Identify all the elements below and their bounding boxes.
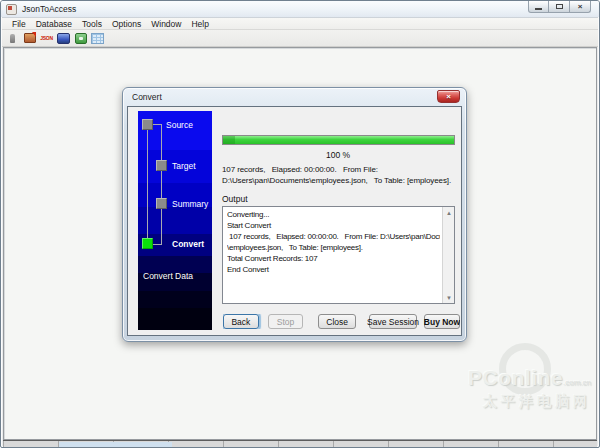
taskbar-strip — [3, 440, 597, 447]
output-line: Start Convert — [227, 220, 440, 231]
wizard-sidebar: Source Target Summary Convert Convert Da… — [138, 111, 212, 330]
output-label: Output — [222, 194, 248, 204]
save-session-button[interactable]: Save Session — [369, 314, 417, 329]
window-title: JsonToAccess — [22, 4, 76, 14]
app-window: JsonToAccess × File Database Tools Optio… — [0, 0, 600, 448]
wizard-step-source-label[interactable]: Source — [166, 120, 193, 130]
menu-file[interactable]: File — [7, 19, 31, 29]
output-line: Converting... — [227, 209, 440, 220]
stop-button: Stop — [268, 314, 304, 329]
wizard-connector-bottom — [153, 244, 162, 245]
close-button[interactable]: × — [570, 1, 591, 13]
menu-help[interactable]: Help — [186, 19, 213, 29]
close-dialog-button[interactable]: Close — [318, 314, 356, 329]
app-icon — [6, 4, 17, 15]
output-scrollbar[interactable]: ▲ ▼ — [442, 207, 454, 303]
status-line1: 107 records, Elapsed: 00:00:00. From Fil… — [222, 164, 458, 175]
maximize-button[interactable] — [549, 1, 570, 13]
minimize-button[interactable] — [528, 1, 549, 13]
watermark-brand: PConline — [468, 366, 563, 389]
menu-options[interactable]: Options — [107, 19, 146, 29]
connect-icon[interactable] — [6, 32, 19, 45]
dialog-title: Convert — [132, 92, 162, 102]
wizard-step-summary-label[interactable]: Summary — [172, 199, 208, 209]
preview-icon[interactable] — [74, 32, 87, 45]
output-box[interactable]: Converting...Start Convert 107 records, … — [222, 206, 455, 304]
output-text: Converting...Start Convert 107 records, … — [227, 209, 440, 301]
wizard-caption: Convert Data — [143, 271, 193, 281]
progress-percent: 100 % — [216, 150, 460, 160]
wizard-connector-top — [153, 124, 162, 125]
close-icon: × — [578, 2, 583, 12]
dialog-close-icon: × — [446, 92, 451, 102]
scroll-down-icon[interactable]: ▼ — [443, 292, 455, 303]
maximize-icon — [556, 4, 563, 9]
output-line: 107 records, Elapsed: 00:00:00. From Fil… — [227, 231, 440, 242]
output-line: End Convert — [227, 264, 440, 275]
dialog-close-button[interactable]: × — [437, 90, 460, 103]
minimize-icon — [535, 8, 542, 10]
open-database-icon[interactable] — [23, 32, 36, 45]
wizard-connector-right — [161, 124, 162, 244]
wizard-step-target-marker[interactable] — [156, 160, 167, 171]
export-icon[interactable] — [57, 32, 70, 45]
wizard-step-source-marker[interactable] — [142, 119, 153, 130]
client-area: PConline.com.cn 太平洋电脑网 Convert × Source — [3, 47, 597, 440]
menu-tools[interactable]: Tools — [77, 19, 107, 29]
output-line: \employees.json, To Table: [employees]. — [227, 242, 440, 253]
toolbar: JSON — [2, 30, 598, 47]
convert-panel: 100 % 107 records, Elapsed: 00:00:00. Fr… — [216, 107, 460, 335]
table-grid-icon[interactable] — [91, 32, 104, 45]
buy-now-button[interactable]: Buy Now — [424, 314, 460, 329]
status-line2: D:\Users\pan\Documents\employees.json, T… — [222, 175, 458, 186]
progress-fill — [223, 136, 454, 144]
watermark-ring-icon — [499, 343, 551, 395]
menubar: File Database Tools Options Window Help — [2, 17, 598, 30]
wizard-connector-left — [147, 130, 148, 238]
taskbar-strip-active-cell — [59, 442, 172, 448]
window-controls: × — [528, 1, 591, 13]
menu-database[interactable]: Database — [31, 19, 77, 29]
menu-window[interactable]: Window — [146, 19, 186, 29]
watermark: PConline.com.cn 太平洋电脑网 — [468, 368, 591, 411]
wizard-step-target-label[interactable]: Target — [172, 161, 196, 171]
dialog-buttons: Back Stop Close Save Session Buy Now — [223, 314, 460, 329]
watermark-suffix: .com.cn — [563, 378, 591, 387]
wizard-step-convert-label[interactable]: Convert — [172, 239, 204, 249]
watermark-caption: 太平洋电脑网 — [468, 393, 591, 411]
status-text: 107 records, Elapsed: 00:00:00. From Fil… — [222, 164, 458, 186]
dialog-body: Source Target Summary Convert Convert Da… — [127, 106, 462, 336]
output-line: Total Convert Records: 107 — [227, 253, 440, 264]
convert-dialog: Convert × Source Target Summary — [122, 87, 467, 342]
back-button[interactable]: Back — [223, 314, 259, 329]
titlebar: JsonToAccess × — [1, 1, 599, 17]
scroll-up-icon[interactable]: ▲ — [443, 207, 455, 218]
json-source-icon[interactable]: JSON — [40, 32, 53, 45]
wizard-step-convert-marker[interactable] — [142, 238, 153, 249]
wizard-step-summary-marker[interactable] — [156, 198, 167, 209]
progress-bar — [222, 135, 455, 145]
